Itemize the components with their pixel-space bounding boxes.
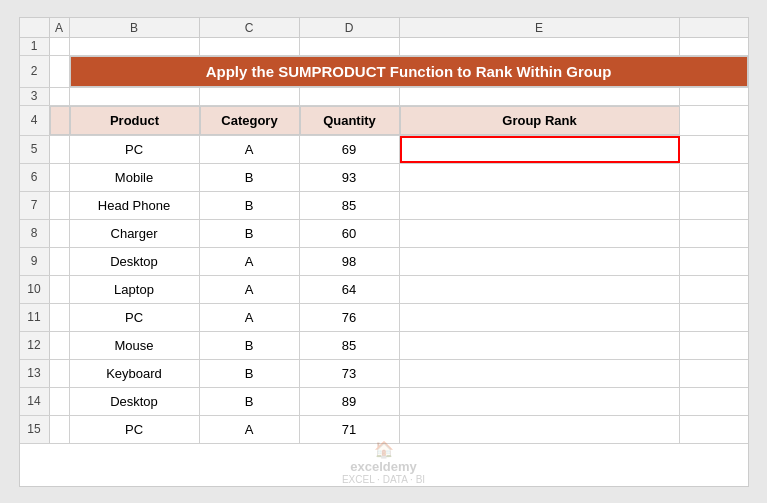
cell-a5[interactable] — [50, 136, 70, 163]
cell-product-6[interactable]: Mobile — [70, 164, 200, 191]
row-8: 8 Charger B 60 — [20, 220, 748, 248]
cell-quantity-11[interactable]: 76 — [300, 304, 400, 331]
header-product: Product — [70, 106, 200, 135]
col-header-c: C — [200, 18, 300, 38]
cell-category-8[interactable]: B — [200, 220, 300, 247]
cell-grouprank-8[interactable] — [400, 220, 680, 247]
col-header-e: E — [400, 18, 680, 38]
cell-product-12[interactable]: Mouse — [70, 332, 200, 359]
cell-category-7[interactable]: B — [200, 192, 300, 219]
cell-c1[interactable] — [200, 38, 300, 55]
rownum-12: 12 — [20, 332, 50, 359]
row-1: 1 — [20, 38, 748, 56]
cell-quantity-10[interactable]: 64 — [300, 276, 400, 303]
rownum-2: 2 — [20, 56, 50, 87]
col-header-b: B — [70, 18, 200, 38]
cell-c3[interactable] — [200, 88, 300, 105]
row-5: 5 PC A 69 — [20, 136, 748, 164]
cell-a8[interactable] — [50, 220, 70, 247]
cell-a11[interactable] — [50, 304, 70, 331]
cell-category-15[interactable]: A — [200, 416, 300, 443]
col-header-a: A — [50, 18, 70, 38]
cell-product-5[interactable]: PC — [70, 136, 200, 163]
cell-grouprank-15[interactable] — [400, 416, 680, 443]
cell-quantity-14[interactable]: 89 — [300, 388, 400, 415]
cell-a10[interactable] — [50, 276, 70, 303]
cell-grouprank-5[interactable] — [400, 136, 680, 163]
rownum-5: 5 — [20, 136, 50, 163]
cell-a14[interactable] — [50, 388, 70, 415]
cell-quantity-5[interactable]: 69 — [300, 136, 400, 163]
cell-quantity-13[interactable]: 73 — [300, 360, 400, 387]
cell-product-11[interactable]: PC — [70, 304, 200, 331]
row-9: 9 Desktop A 98 — [20, 248, 748, 276]
rownum-11: 11 — [20, 304, 50, 331]
cell-grouprank-13[interactable] — [400, 360, 680, 387]
cell-grouprank-11[interactable] — [400, 304, 680, 331]
cell-e3[interactable] — [400, 88, 680, 105]
cell-product-10[interactable]: Laptop — [70, 276, 200, 303]
cell-b1[interactable] — [70, 38, 200, 55]
rownum-10: 10 — [20, 276, 50, 303]
cell-product-15[interactable]: PC — [70, 416, 200, 443]
cell-category-14[interactable]: B — [200, 388, 300, 415]
cell-grouprank-9[interactable] — [400, 248, 680, 275]
cell-a4[interactable] — [50, 106, 70, 135]
cell-d1[interactable] — [300, 38, 400, 55]
cell-a2[interactable] — [50, 56, 70, 87]
cell-product-8[interactable]: Charger — [70, 220, 200, 247]
cell-a12[interactable] — [50, 332, 70, 359]
row-13: 13 Keyboard B 73 — [20, 360, 748, 388]
cell-a3[interactable] — [50, 88, 70, 105]
title-cell: Apply the SUMPRODUCT Function to Rank Wi… — [70, 56, 748, 87]
row-2: 2 Apply the SUMPRODUCT Function to Rank … — [20, 56, 748, 88]
cell-a13[interactable] — [50, 360, 70, 387]
cell-quantity-7[interactable]: 85 — [300, 192, 400, 219]
cell-e1[interactable] — [400, 38, 680, 55]
cell-b3[interactable] — [70, 88, 200, 105]
watermark: 🏠 exceldemy EXCEL · DATA · BI — [342, 440, 425, 485]
cell-quantity-6[interactable]: 93 — [300, 164, 400, 191]
header-category: Category — [200, 106, 300, 135]
watermark-line2: EXCEL · DATA · BI — [342, 474, 425, 485]
cell-category-13[interactable]: B — [200, 360, 300, 387]
row-14: 14 Desktop B 89 — [20, 388, 748, 416]
header-quantity: Quantity — [300, 106, 400, 135]
cell-a9[interactable] — [50, 248, 70, 275]
cell-category-12[interactable]: B — [200, 332, 300, 359]
cell-grouprank-6[interactable] — [400, 164, 680, 191]
cell-quantity-15[interactable]: 71 — [300, 416, 400, 443]
cell-a7[interactable] — [50, 192, 70, 219]
cell-category-6[interactable]: B — [200, 164, 300, 191]
cell-product-7[interactable]: Head Phone — [70, 192, 200, 219]
cell-category-9[interactable]: A — [200, 248, 300, 275]
spreadsheet: A B C D E 1 2 Apply the SUMPRODUCT Funct… — [19, 17, 749, 487]
cell-a6[interactable] — [50, 164, 70, 191]
cell-category-5[interactable]: A — [200, 136, 300, 163]
cell-d3[interactable] — [300, 88, 400, 105]
cell-category-10[interactable]: A — [200, 276, 300, 303]
cell-a1[interactable] — [50, 38, 70, 55]
cell-product-13[interactable]: Keyboard — [70, 360, 200, 387]
rownum-9: 9 — [20, 248, 50, 275]
cell-grouprank-14[interactable] — [400, 388, 680, 415]
cell-grouprank-10[interactable] — [400, 276, 680, 303]
corner-cell — [20, 18, 50, 37]
cell-grouprank-7[interactable] — [400, 192, 680, 219]
col-header-d: D — [300, 18, 400, 38]
cell-product-9[interactable]: Desktop — [70, 248, 200, 275]
cell-grouprank-12[interactable] — [400, 332, 680, 359]
cell-quantity-9[interactable]: 98 — [300, 248, 400, 275]
row-11: 11 PC A 76 — [20, 304, 748, 332]
cell-a15[interactable] — [50, 416, 70, 443]
rownum-7: 7 — [20, 192, 50, 219]
row-7: 7 Head Phone B 85 — [20, 192, 748, 220]
rownum-15: 15 — [20, 416, 50, 443]
cell-quantity-8[interactable]: 60 — [300, 220, 400, 247]
cell-product-14[interactable]: Desktop — [70, 388, 200, 415]
column-headers: A B C D E — [20, 18, 748, 38]
row-12: 12 Mouse B 85 — [20, 332, 748, 360]
sheet-body: 1 2 Apply the SUMPRODUCT Function to Ran… — [20, 38, 748, 486]
cell-category-11[interactable]: A — [200, 304, 300, 331]
cell-quantity-12[interactable]: 85 — [300, 332, 400, 359]
